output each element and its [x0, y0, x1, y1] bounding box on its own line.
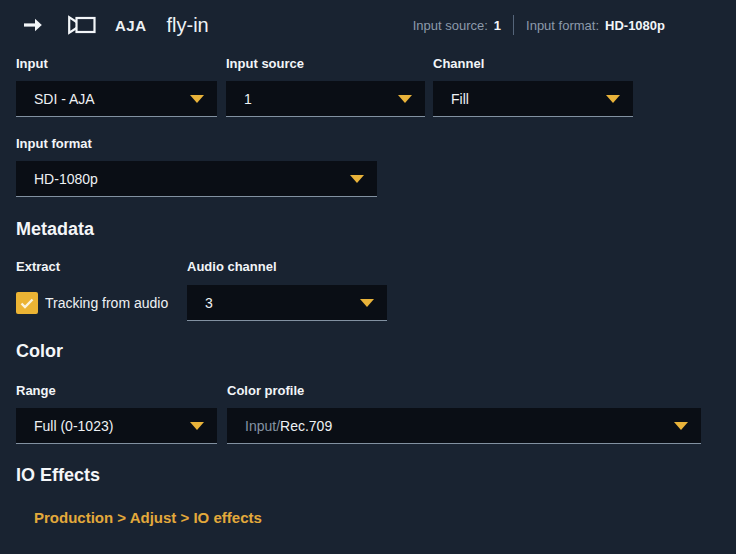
metadata-controls-row: Tracking from audio 3 — [16, 285, 736, 321]
color-profile-value: Rec.709 — [280, 418, 332, 434]
chevron-down-icon — [350, 175, 364, 183]
channel-label: Channel — [433, 56, 633, 71]
input-label: Input — [16, 56, 217, 71]
input-source-label: Input source — [226, 56, 425, 71]
check-icon — [20, 298, 34, 309]
status-input-format-value: HD-1080p — [605, 18, 665, 33]
color-labels-row: Range Color profile — [16, 383, 736, 398]
color-controls-row: Full (0-1023) Input/Rec.709 — [16, 408, 736, 444]
input-source-select[interactable]: 1 — [226, 81, 425, 117]
color-profile-field: Input/Rec.709 — [227, 408, 701, 444]
range-select[interactable]: Full (0-1023) — [16, 408, 217, 444]
io-effects-heading: IO Effects — [16, 464, 736, 486]
audio-channel-label: Audio channel — [187, 259, 387, 274]
page-title: fly-in — [167, 14, 209, 37]
chevron-down-icon — [606, 95, 620, 103]
status-divider — [513, 15, 514, 35]
color-profile-select[interactable]: Input/Rec.709 — [227, 408, 701, 444]
input-select[interactable]: SDI - AJA — [16, 81, 217, 117]
extract-label: Extract — [16, 259, 187, 274]
audio-channel-select[interactable]: 3 — [187, 285, 387, 321]
metadata-heading: Metadata — [16, 218, 736, 240]
channel-select[interactable]: Fill — [433, 81, 633, 117]
extract-field: Tracking from audio — [16, 285, 187, 321]
metadata-labels-row: Extract Audio channel — [16, 259, 736, 274]
input-format-select[interactable]: HD-1080p — [16, 161, 377, 197]
chevron-down-icon — [190, 95, 204, 103]
tracking-from-audio-label: Tracking from audio — [45, 295, 168, 311]
input-format-field: Input format HD-1080p — [16, 136, 377, 197]
range-label: Range — [16, 383, 217, 398]
tracking-from-audio-checkbox[interactable]: Tracking from audio — [16, 285, 187, 321]
checkbox-box[interactable] — [16, 292, 38, 314]
color-profile-prefix: Input/ — [245, 418, 280, 434]
chevron-down-icon — [190, 422, 204, 430]
device-name: AJA — [115, 17, 147, 34]
channel-field: Channel Fill — [433, 56, 633, 117]
input-row: Input SDI - AJA Input source 1 Channel F… — [16, 56, 736, 117]
input-source-field: Input source 1 — [226, 56, 425, 117]
chevron-down-icon — [398, 95, 412, 103]
aja-input-settings-panel: AJA fly-in Input source: 1 Input format:… — [0, 0, 736, 554]
input-format-label: Input format — [16, 136, 377, 151]
video-camera-icon[interactable] — [67, 14, 97, 36]
chevron-down-icon — [360, 299, 374, 307]
header: AJA fly-in Input source: 1 Input format:… — [0, 0, 736, 50]
header-status: Input source: 1 Input format: HD-1080p — [413, 0, 665, 50]
arrow-right-icon[interactable] — [24, 18, 43, 32]
settings-form: Input SDI - AJA Input source 1 Channel F… — [0, 56, 736, 527]
status-input-format-label: Input format: — [526, 18, 599, 33]
audio-channel-field: 3 — [187, 285, 387, 321]
status-input-source-value: 1 — [494, 18, 501, 33]
io-effects-breadcrumb-link[interactable]: Production > Adjust > IO effects — [34, 509, 262, 526]
color-profile-label: Color profile — [227, 383, 304, 398]
input-field: Input SDI - AJA — [16, 56, 217, 117]
range-field: Full (0-1023) — [16, 408, 217, 444]
status-input-source-label: Input source: — [413, 18, 488, 33]
chevron-down-icon — [674, 422, 688, 430]
color-heading: Color — [16, 340, 736, 362]
